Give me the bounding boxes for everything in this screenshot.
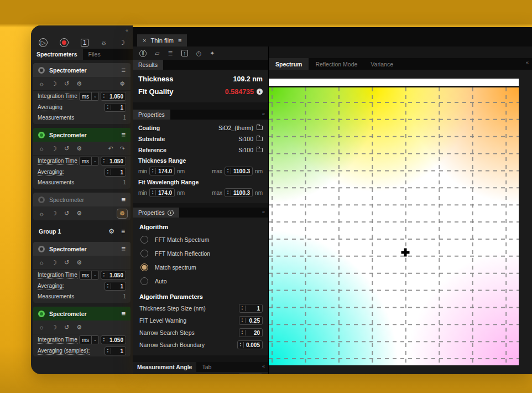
gauge-icon[interactable]: ◷ — [196, 50, 202, 56]
menu-icon[interactable]: ≡ — [121, 245, 126, 253]
radio-icon[interactable] — [140, 250, 148, 257]
spinner-buttons[interactable]: ▴▾ — [101, 272, 107, 278]
brightness-icon[interactable]: ☼ — [39, 145, 44, 152]
folder-icon[interactable] — [257, 148, 263, 152]
menu-icon[interactable]: ≡ — [121, 66, 126, 74]
thickness-step-input[interactable]: ▴▾1 — [239, 304, 263, 313]
dark-mode-icon[interactable]: ☽ — [51, 210, 57, 217]
averaging-input[interactable]: ▴▾1 — [105, 347, 126, 355]
redo-icon[interactable]: ↷ — [120, 145, 125, 152]
fit-max-input[interactable]: ▴▾1100.3 — [225, 188, 253, 197]
collapse-left-panel-icon[interactable]: « — [126, 28, 128, 33]
single-frame-icon[interactable]: 1 — [81, 39, 88, 46]
spinner-buttons[interactable]: ▴▾ — [150, 190, 156, 195]
spinner-buttons[interactable]: ▴▾ — [101, 337, 107, 343]
measurement-angle-tab[interactable]: Tab — [196, 362, 268, 372]
tab-thin-film[interactable]: × Thin film ≡ — [137, 34, 187, 46]
radio-icon[interactable] — [140, 277, 148, 285]
spinner-buttons[interactable]: ▴▾ — [105, 169, 111, 175]
tab-files[interactable]: Files — [83, 49, 106, 60]
spinner-buttons[interactable]: ▴▾ — [225, 168, 231, 174]
spinner-buttons[interactable]: ▴▾ — [101, 94, 107, 99]
settings-gear-icon[interactable]: ⚙ — [76, 324, 82, 331]
card-header[interactable]: Spectrometer ≡ — [33, 307, 131, 320]
menu-icon[interactable]: ≡ — [121, 195, 126, 204]
thickness-min-input[interactable]: ▴▾174.0 — [149, 167, 175, 175]
menu-icon[interactable]: ≡ — [121, 227, 125, 235]
reset-icon[interactable]: ↺ — [64, 80, 69, 87]
folder-icon[interactable] — [257, 137, 263, 141]
brightness-icon[interactable]: ☼ — [39, 80, 44, 87]
radio-fft-match-reflection[interactable]: FFT Match Reflection — [138, 246, 263, 260]
collapse-icon[interactable]: « — [526, 60, 529, 65]
brightness-icon[interactable]: ☼ — [39, 210, 44, 217]
radio-match-spectrum[interactable]: Match spectrum — [138, 260, 263, 274]
brightness-icon[interactable]: ☼ — [101, 39, 107, 46]
spinner-buttons[interactable]: ▴▾ — [105, 348, 111, 354]
tab-reflection-mode[interactable]: Reflection Mode — [309, 58, 364, 70]
averaging-input[interactable]: ▴▾1 — [105, 282, 126, 291]
color-map-chart[interactable] — [269, 87, 519, 365]
thickness-max-input[interactable]: ▴▾1100.3 — [225, 167, 253, 175]
menu-icon[interactable]: ≡ — [178, 37, 181, 44]
card-header[interactable]: Spectrometer ≡ — [33, 193, 131, 206]
spinner-buttons[interactable]: ▴▾ — [105, 105, 111, 110]
unit-select[interactable]: ms⌄ — [79, 92, 99, 101]
tab-spectrum[interactable]: Spectrum — [269, 58, 309, 70]
algorithm-properties-title[interactable]: Propertiesi — [133, 208, 179, 218]
dark-mode-icon[interactable]: ☽ — [51, 145, 57, 152]
dark-mode-icon[interactable]: ☽ — [51, 259, 57, 266]
unit-select[interactable]: ms⌄ — [79, 271, 99, 280]
spinner-buttons[interactable]: ▴▾ — [239, 306, 246, 311]
narrow-search-steps-input[interactable]: ▴▾20 — [239, 328, 263, 337]
dark-mode-icon[interactable]: ☽ — [119, 39, 125, 46]
spinner-buttons[interactable]: ▴▾ — [105, 283, 111, 289]
averaging-input[interactable]: ▴▾1 — [105, 103, 126, 112]
brightness-icon[interactable]: ☼ — [39, 324, 44, 330]
record-icon[interactable] — [60, 38, 69, 47]
pause-icon[interactable]: ‖ — [139, 50, 147, 57]
info-icon[interactable]: i — [257, 89, 263, 95]
spinner-buttons[interactable]: ▴▾ — [239, 318, 246, 323]
results-title[interactable]: Results — [133, 60, 163, 70]
card-header[interactable]: Spectrometer ≡ — [33, 63, 131, 77]
averaging-input[interactable]: ▴▾1 — [105, 168, 126, 177]
radio-fft-match-spectrum[interactable]: FFT Match Spectrum — [138, 232, 263, 246]
sphere-gear-icon-selected[interactable]: ☸ — [117, 209, 128, 219]
solution-marker-icon[interactable] — [401, 248, 409, 256]
radio-icon[interactable] — [140, 263, 148, 271]
card-header[interactable]: Spectrometer ≡ — [33, 128, 131, 142]
reset-icon[interactable]: ↺ — [64, 210, 69, 217]
settings-gear-icon[interactable]: ⚙ — [76, 80, 82, 87]
integration-time-input[interactable]: ▴▾1.050 — [101, 271, 126, 280]
reset-icon[interactable]: ↺ — [64, 145, 69, 152]
integration-time-input[interactable]: ▴▾1.050 — [101, 92, 126, 101]
unit-select[interactable]: ms⌄ — [79, 157, 99, 166]
settings-gear-icon[interactable]: ⚙ — [76, 210, 82, 217]
spinner-buttons[interactable]: ▴▾ — [101, 158, 107, 164]
card-header[interactable]: Spectrometer ≡ — [33, 242, 131, 256]
spinner-buttons[interactable]: ▴▾ — [238, 342, 244, 348]
dark-mode-icon[interactable]: ☽ — [51, 324, 57, 331]
settings-gear-icon[interactable]: ⚙ — [76, 145, 82, 152]
menu-icon[interactable]: ≡ — [121, 309, 126, 318]
tab-variance[interactable]: Variance — [364, 58, 400, 70]
settings-gear-icon[interactable]: ⚙ — [108, 227, 114, 235]
tab-spectrometers[interactable]: Spectrometers — [31, 49, 83, 60]
radio-auto[interactable]: Auto — [138, 274, 263, 288]
predefined-angles-select[interactable]: 90⌄ — [238, 374, 263, 374]
fit-level-warning-input[interactable]: ▴▾0.25 — [239, 316, 263, 325]
spinner-buttons[interactable]: ▴▾ — [225, 190, 231, 195]
sphere-gear-icon[interactable]: ☸ — [119, 80, 125, 87]
radio-icon[interactable] — [140, 236, 148, 244]
spinner-buttons[interactable]: ▴▾ — [239, 330, 246, 335]
brightness-icon[interactable]: ☼ — [39, 259, 44, 266]
play-icon[interactable]: ▷ — [39, 38, 48, 47]
integration-time-input[interactable]: ▴▾1.050 — [101, 335, 126, 344]
dark-mode-icon[interactable]: ☽ — [51, 80, 57, 87]
integration-time-input[interactable]: ▴▾1.050 — [101, 157, 126, 166]
sparkle-icon[interactable]: ✦ — [210, 50, 215, 56]
collapse-icon[interactable]: « — [262, 209, 265, 215]
narrow-search-boundary-input[interactable]: ▴▾0.005 — [237, 340, 263, 349]
settings-gear-icon[interactable]: ⚙ — [76, 259, 82, 266]
